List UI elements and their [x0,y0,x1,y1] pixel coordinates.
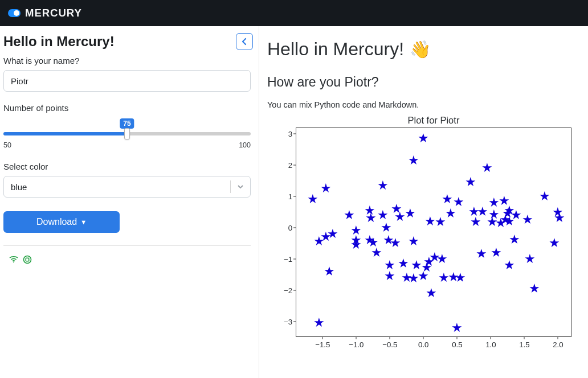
status-icons [3,255,253,264]
data-point: ★ [307,193,318,206]
sidebar-header: Hello in Mercury! [3,33,253,50]
data-point: ★ [451,322,463,334]
xtick-mark [491,337,491,339]
stop-icon [23,255,32,264]
ytick-mark [293,227,296,228]
sidebar-title: Hello in Mercury! [3,34,115,50]
xtick-mark [423,337,424,339]
data-point: ★ [350,239,362,251]
chevron-down-icon [231,184,250,189]
data-point: ★ [504,259,515,272]
points-label: Number of points [3,103,253,113]
xtick-label: 2.0 [553,340,563,349]
logo-toggle-icon [8,9,21,17]
content-body: You can mix Python code and Markdown. [267,100,582,109]
points-slider[interactable]: 75 [3,132,251,135]
data-point: ★ [381,221,392,234]
color-select[interactable]: blue [3,176,251,198]
xtick-mark [524,337,525,339]
collapse-sidebar-button[interactable] [236,33,253,50]
ytick-label: 2 [288,161,292,169]
xtick-label: −1.5 [315,340,330,349]
xtick-label: 0.5 [452,340,462,349]
wave-emoji: 👋 [410,39,431,59]
data-point: ★ [511,209,522,221]
data-point: ★ [313,317,325,329]
data-point: ★ [371,246,382,259]
content-title: Hello in Mercury! 👋 [267,39,582,60]
slider-fill [3,132,127,135]
xtick-label: −0.5 [382,340,397,349]
ytick-label: 0 [288,223,292,232]
xtick-label: 1.0 [485,340,496,349]
data-point: ★ [495,217,507,229]
ytick-label: 3 [288,129,292,138]
data-point: ★ [327,228,338,240]
data-point: ★ [324,265,335,278]
wifi-icon [9,255,18,263]
data-point: ★ [377,209,389,221]
name-label: What is your name? [3,56,253,65]
data-point: ★ [408,235,419,248]
brand-name: MERCURY [25,7,82,19]
slider-min: 50 [3,141,11,149]
data-point: ★ [418,132,429,145]
xtick-label: 1.5 [519,340,529,349]
ytick-mark [293,321,296,322]
ytick-mark [293,165,296,165]
ytick-label: −1 [284,254,292,263]
color-label: Select color [3,162,253,171]
ytick-label: 1 [288,192,292,200]
ytick-mark [293,196,296,196]
data-point: ★ [522,213,533,226]
xtick-mark [390,337,390,339]
data-point: ★ [455,272,466,284]
data-point: ★ [320,182,332,195]
xtick-mark [322,337,323,339]
data-point: ★ [529,282,540,295]
data-point: ★ [442,193,453,206]
data-point: ★ [465,176,476,188]
xtick-label: 0.0 [418,340,428,349]
content-subtitle: How are you Piotr? [267,75,582,90]
plot-title: Plot for Piotr [296,115,571,126]
download-button[interactable]: Download ▼ [3,211,120,233]
download-button-label: Download [36,217,77,227]
slider-thumb[interactable] [124,128,130,139]
xtick-label: −1.0 [349,340,364,349]
scatter-plot: Plot for Piotr −3−2−10123−1.5−1.0−0.50.0… [267,115,577,354]
data-point: ★ [398,257,409,270]
data-point: ★ [426,287,437,299]
data-point: ★ [390,237,401,249]
color-select-value: blue [4,182,230,192]
main-layout: Hello in Mercury! What is your name? Num… [0,26,588,378]
divider [3,245,251,246]
data-point: ★ [539,190,550,203]
data-point: ★ [491,246,502,259]
ytick-mark [293,133,296,134]
data-point: ★ [509,233,520,246]
data-point: ★ [549,237,560,249]
data-point: ★ [405,207,416,220]
data-point: ★ [524,253,536,265]
data-point: ★ [476,248,487,260]
ytick-label: −2 [284,286,292,294]
name-input[interactable] [3,70,251,92]
data-point: ★ [384,270,395,282]
xtick-mark [558,337,558,339]
data-point: ★ [418,270,429,282]
slider-limits: 50 100 [3,141,251,149]
svg-point-0 [13,261,14,262]
data-point: ★ [408,154,419,167]
slider-max: 100 [239,141,251,149]
data-point: ★ [481,162,493,174]
svg-point-1 [24,256,31,264]
ytick-label: −3 [284,317,292,326]
data-point: ★ [365,212,377,224]
xtick-mark [356,337,357,339]
svg-rect-2 [26,258,28,261]
slider-value-badge: 75 [120,118,134,129]
sidebar: Hello in Mercury! What is your name? Num… [0,26,259,378]
topbar: MERCURY [0,0,588,26]
chevron-left-icon [241,38,248,46]
